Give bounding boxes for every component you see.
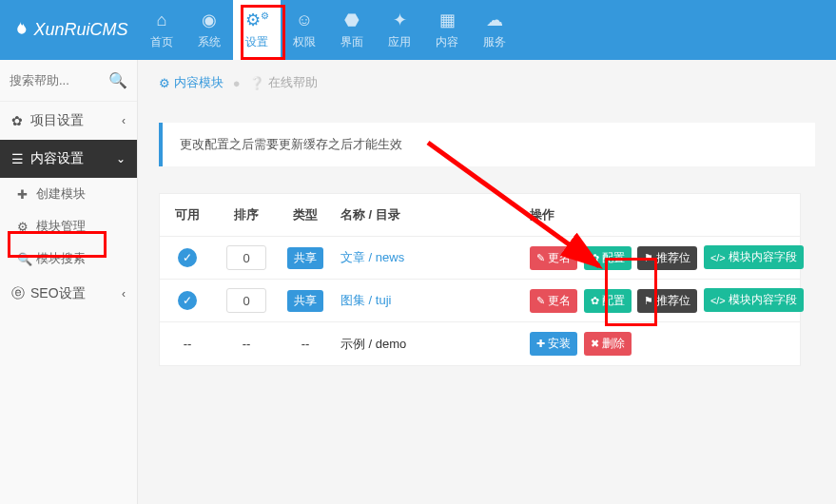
type-badge: 共享: [287, 290, 323, 312]
edit-icon: ✎: [536, 295, 545, 307]
breadcrumb: ⚙ 内容模块 ● ❔ 在线帮助: [138, 62, 836, 104]
type-badge: 共享: [287, 247, 323, 269]
recpos-button[interactable]: ⚑推荐位: [637, 289, 697, 313]
sort-input[interactable]: 0: [226, 245, 266, 270]
nav-content[interactable]: ▦内容: [423, 0, 471, 60]
gear-icon: ✿: [591, 295, 599, 307]
enabled-toggle[interactable]: ✓: [178, 248, 197, 267]
gear-icon: ✿: [11, 113, 30, 128]
chevron-left-icon: ‹: [122, 114, 126, 127]
edit-icon: ✎: [536, 252, 545, 264]
html5-icon: ⬣: [344, 10, 360, 30]
search-input[interactable]: [10, 73, 108, 87]
th-sort: 排序: [215, 206, 278, 223]
module-table: 可用 排序 类型 名称 / 目录 操作 ✓ 0 共享 文章 / news ✎更名…: [159, 193, 801, 366]
th-use: 可用: [160, 206, 215, 223]
code-icon: </>: [710, 252, 726, 263]
rename-button[interactable]: ✎更名: [530, 246, 577, 270]
nav-app[interactable]: ✦应用: [376, 0, 423, 60]
sort-input[interactable]: 0: [226, 288, 266, 313]
nav-settings[interactable]: ⚙⚙设置: [233, 0, 281, 60]
cloud-icon: ☁: [486, 10, 503, 30]
cogs-icon: ⚙⚙: [245, 10, 269, 30]
logo: XunRuiCMS: [0, 20, 138, 41]
chevron-down-icon: ⌄: [116, 152, 126, 165]
crumb-module[interactable]: ⚙ 内容模块: [159, 74, 224, 91]
config-button[interactable]: ✿配置: [584, 246, 632, 270]
delete-button[interactable]: ✖删除: [584, 332, 632, 356]
config-button[interactable]: ✿配置: [584, 289, 632, 313]
rename-button[interactable]: ✎更名: [530, 289, 577, 313]
home-icon: ⌂: [157, 10, 167, 30]
chevron-left-icon: ‹: [122, 287, 126, 300]
sidebar-module-manage[interactable]: ⚙ 模块管理: [0, 210, 137, 242]
cogs-icon: ⚙: [17, 220, 36, 234]
nav-system[interactable]: ◉系统: [185, 0, 233, 60]
sidebar-module-search[interactable]: 🔍 模块搜索: [0, 242, 137, 275]
install-button[interactable]: ✚安装: [530, 332, 577, 356]
th-ops: 操作: [524, 206, 800, 223]
cogs-icon: ⚙: [159, 76, 170, 90]
table-row: -- -- -- 示例 / demo ✚安装 ✖删除: [160, 322, 800, 365]
ie-icon: ⓔ: [11, 285, 30, 302]
user-icon: ☺: [296, 10, 313, 30]
fields-button[interactable]: </>模块内容字段: [704, 288, 804, 312]
sidebar-content-settings[interactable]: ☰ 内容设置 ⌄: [0, 140, 137, 178]
globe-icon: ◉: [202, 10, 217, 30]
nav-ui[interactable]: ⬣界面: [328, 0, 376, 60]
th-name: 名称 / 目录: [333, 206, 524, 223]
code-icon: </>: [710, 295, 726, 306]
plus-icon: ✚: [17, 187, 36, 202]
alert-cache: 更改配置之后需要更新缓存之后才能生效: [159, 123, 815, 166]
table-row: ✓ 0 共享 文章 / news ✎更名 ✿配置 ⚑推荐位 </>模块内容字段: [160, 237, 800, 280]
bars-icon: ☰: [11, 151, 30, 166]
flag-icon: ⚑: [644, 295, 653, 307]
puzzle-icon: ✦: [393, 10, 407, 30]
table-row: ✓ 0 共享 图集 / tuji ✎更名 ✿配置 ⚑推荐位 </>模块内容字段: [160, 280, 800, 322]
nav-service[interactable]: ☁服务: [471, 0, 518, 60]
crumb-help[interactable]: ❔ 在线帮助: [249, 74, 318, 91]
flag-icon: ⚑: [644, 252, 653, 264]
th-type: 类型: [278, 206, 333, 223]
trash-icon: ✖: [591, 338, 599, 350]
module-link[interactable]: 图集 / tuji: [340, 293, 391, 307]
nav-auth[interactable]: ☺权限: [281, 0, 328, 60]
recpos-button[interactable]: ⚑推荐位: [637, 246, 697, 270]
question-icon: ❔: [249, 76, 264, 90]
nav-home[interactable]: ⌂首页: [138, 0, 185, 60]
sidebar-project-settings[interactable]: ✿ 项目设置 ‹: [0, 102, 137, 140]
search-icon: 🔍: [17, 252, 36, 266]
fields-button[interactable]: </>模块内容字段: [704, 245, 804, 269]
search-icon[interactable]: 🔍: [108, 71, 127, 89]
sidebar-create-module[interactable]: ✚ 创建模块: [0, 178, 137, 210]
module-link[interactable]: 文章 / news: [340, 250, 404, 264]
gear-icon: ✿: [591, 252, 599, 264]
module-link: 示例 / demo: [333, 336, 524, 353]
enabled-toggle[interactable]: ✓: [178, 291, 197, 310]
top-nav: ⌂首页 ◉系统 ⚙⚙设置 ☺权限 ⬣界面 ✦应用 ▦内容 ☁服务: [138, 0, 518, 60]
grid-icon: ▦: [439, 10, 456, 30]
help-search[interactable]: 🔍: [0, 60, 137, 102]
plus-icon: ✚: [536, 338, 545, 350]
sidebar-seo-settings[interactable]: ⓔ SEO设置 ‹: [0, 275, 137, 313]
